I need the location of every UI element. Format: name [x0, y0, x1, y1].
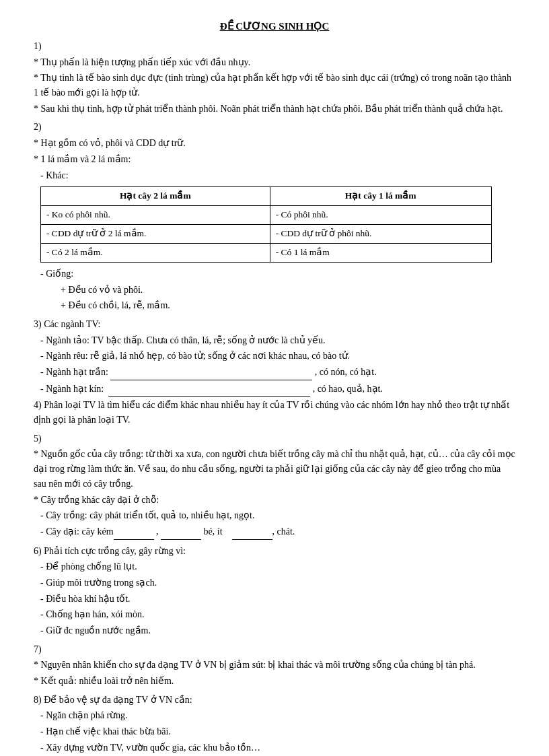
- section-2-line2: * 1 lá mầm và 2 lá mầm:: [34, 152, 515, 167]
- section-3-phanloai: 4) Phân loại TV là tìm hiểu các điểm khá…: [34, 398, 515, 427]
- table-row: - CDD dự trữ ở 2 lá mầm. - CDD dự trữ ở …: [41, 225, 492, 244]
- section-5-caytrong: - Cây trồng: cây phát triển tốt, quả to,…: [40, 508, 515, 523]
- table-cell-r3c2: - Có 1 lá mầm: [270, 243, 491, 262]
- section-6-item4: - Chống hạn hán, xói mòn.: [40, 607, 515, 622]
- comparison-table: Hạt cây 2 lá mầm Hạt cây 1 lá mầm - Ko c…: [40, 186, 492, 263]
- section-8-item1: - Ngăn chặn phá rừng.: [40, 708, 515, 723]
- section-1-line2: * Thụ tinh là tế bào sinh dục đực (tinh …: [34, 71, 515, 100]
- table-cell-r2c1: - CDD dự trữ ở 2 lá mầm.: [41, 225, 270, 244]
- section-5-caytrongkhac: * Cây trồng khác cây dại ở chỗ:: [34, 493, 515, 508]
- section-1: 1) * Thụ phấn là hiện tượng phấn tiếp xú…: [34, 39, 515, 116]
- section-3-hat-kin: - Ngành hạt kín: , có hao, quả, hạt.: [40, 382, 515, 397]
- section-2-khac: - Khác:: [40, 168, 515, 183]
- section-2-giong1: + Đều có vỏ và phôi.: [61, 283, 515, 298]
- section-7-nguyennhan: * Nguyên nhân khiến cho sự đa dạng TV ở …: [34, 658, 515, 673]
- table-header-col2: Hạt cây 1 lá mầm: [270, 187, 491, 206]
- section-8-item3: - Xây dựng vườn TV, vườn quốc gia, các k…: [40, 741, 515, 755]
- section-1-num: 1): [34, 39, 515, 54]
- table-cell-r1c1: - Ko có phôi nhũ.: [41, 206, 270, 225]
- main-content: 1) * Thụ phấn là hiện tượng phấn tiếp xú…: [34, 39, 515, 756]
- section-3-num: 3) Các ngành TV:: [34, 317, 515, 332]
- section-2-line1: * Hạt gồm có vỏ, phôi và CDD dự trữ.: [34, 136, 515, 151]
- section-6-item2: - Giúp môi trường trong sạch.: [40, 576, 515, 590]
- section-6-num: 6) Phải tích cực trồng cây, gây rừng vì:: [34, 544, 515, 559]
- section-6-item5: - Giữ đc nguồn nước ngầm.: [40, 623, 515, 638]
- section-2: 2) * Hạt gồm có vỏ, phôi và CDD dự trữ. …: [34, 120, 515, 313]
- table-row: - Có 2 lá mầm. - Có 1 lá mầm: [41, 243, 492, 262]
- section-3-tao: - Ngành tảo: TV bậc thấp. Chưa có thân, …: [40, 333, 515, 348]
- section-5-caydai: - Cây dại: cây kém , bé, ít , chát.: [40, 524, 515, 540]
- table-row: - Ko có phôi nhũ. - Có phôi nhũ.: [41, 206, 492, 225]
- section-7-ketqua: * Kết quả: nhiều loài trở nên hiếm.: [34, 674, 515, 689]
- section-5-num: 5): [34, 432, 515, 446]
- section-5: 5) * Nguồn gốc của cây trồng: từ thời xa…: [34, 432, 515, 540]
- table-cell-r2c2: - CDD dự trữ ở phôi nhũ.: [270, 225, 491, 244]
- section-3-reu: - Ngành rêu: rễ giả, lá nhỏ hẹp, có bào …: [40, 349, 515, 364]
- section-5-nguongoc: * Nguồn gốc của cây trồng: từ thời xa xư…: [34, 447, 515, 491]
- section-6: 6) Phải tích cực trồng cây, gây rừng vì:…: [34, 544, 515, 638]
- table-cell-r3c1: - Có 2 lá mầm.: [41, 243, 270, 262]
- table-cell-r1c2: - Có phôi nhũ.: [270, 206, 491, 225]
- section-3-hat-tran: - Ngành hạt trần: , có nón, có hạt.: [40, 365, 515, 380]
- section-2-num: 2): [34, 120, 515, 135]
- comparison-table-container: Hạt cây 2 lá mầm Hạt cây 1 lá mầm - Ko c…: [40, 186, 515, 263]
- section-1-line3: * Sau khi thụ tinh, hợp tử phát triển th…: [34, 102, 515, 116]
- section-2-giong2: + Đều có chồi, lá, rễ, mầm.: [61, 298, 515, 313]
- section-7: 7) * Nguyên nhân khiến cho sự đa dạng TV…: [34, 642, 515, 689]
- section-8: 8) Để bảo vệ sự đa dạng TV ở VN cần: - N…: [34, 693, 515, 756]
- section-6-item1: - Để phòng chống lũ lụt.: [40, 559, 515, 574]
- section-8-item2: - Hạn chế việc khai thác bừa bãi.: [40, 724, 515, 739]
- section-7-num: 7): [34, 642, 515, 657]
- section-8-num: 8) Để bảo vệ sự đa dạng TV ở VN cần:: [34, 693, 515, 708]
- section-3: 3) Các ngành TV: - Ngành tảo: TV bậc thấ…: [34, 317, 515, 427]
- page-title: ĐỀ CƯƠNG SINH HỌC: [34, 20, 515, 32]
- section-1-line1: * Thụ phấn là hiện tượng phấn tiếp xúc v…: [34, 55, 515, 70]
- section-6-item3: - Điều hòa khí hậu tốt.: [40, 592, 515, 607]
- section-2-giong: - Giống:: [40, 267, 515, 281]
- table-header-col1: Hạt cây 2 lá mầm: [41, 187, 270, 206]
